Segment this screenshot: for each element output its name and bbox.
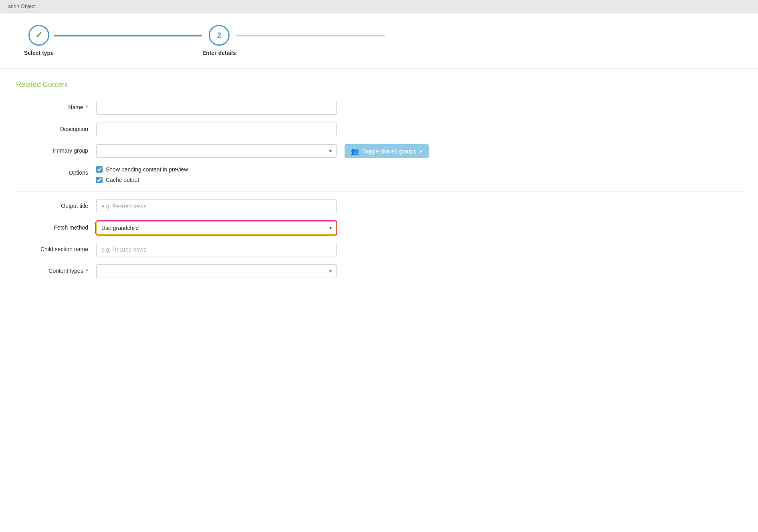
name-input[interactable] bbox=[96, 101, 337, 115]
primary-group-select[interactable] bbox=[96, 144, 337, 158]
description-row: Description bbox=[16, 123, 742, 136]
fetch-method-select-wrapper: Use grandchild Use child Use parent Manu… bbox=[96, 221, 337, 235]
primary-group-label: Primary group bbox=[16, 144, 96, 154]
content-types-required: * bbox=[86, 268, 88, 274]
child-section-name-row: Child section name bbox=[16, 243, 742, 256]
show-pending-checkbox[interactable] bbox=[96, 166, 103, 173]
show-pending-row: Show pending content in preview bbox=[96, 166, 188, 173]
fetch-method-row: Fetch method Use grandchild Use child Us… bbox=[16, 221, 742, 235]
content-types-label: Content types * bbox=[16, 264, 96, 274]
top-bar-title: ation Object bbox=[8, 3, 36, 9]
output-title-label: Output title bbox=[16, 200, 96, 209]
name-label: Name * bbox=[16, 101, 96, 111]
options-group: Show pending content in preview Cache ou… bbox=[96, 166, 188, 183]
step2-circle: 2 bbox=[209, 25, 230, 46]
content-types-row: Content types * ▾ bbox=[16, 264, 742, 278]
content-types-select[interactable] bbox=[96, 264, 337, 278]
section-title: Related Content bbox=[16, 81, 742, 89]
page-wrapper: ation Object ✓ Select type 2 Enter detai… bbox=[0, 0, 758, 532]
step-connector-1 bbox=[54, 35, 202, 36]
output-title-input[interactable] bbox=[96, 200, 337, 213]
name-required: * bbox=[86, 104, 88, 111]
options-row: Options Show pending content in preview … bbox=[16, 166, 742, 183]
step2-number: 2 bbox=[217, 31, 221, 40]
stepper: ✓ Select type 2 Enter details bbox=[0, 13, 758, 69]
toggle-groups-label: Toggle shared groups bbox=[362, 148, 416, 155]
description-input[interactable] bbox=[96, 123, 337, 136]
name-row: Name * bbox=[16, 101, 742, 115]
step1-check-icon: ✓ bbox=[35, 30, 42, 40]
toggle-groups-chevron-icon: ▾ bbox=[419, 148, 422, 155]
cache-output-label: Cache output bbox=[106, 177, 139, 183]
step-connector-2 bbox=[236, 35, 385, 36]
description-label: Description bbox=[16, 123, 96, 132]
show-pending-label: Show pending content in preview bbox=[106, 166, 188, 173]
toggle-groups-icon: 👥 bbox=[351, 147, 359, 155]
child-section-name-label: Child section name bbox=[16, 243, 96, 252]
primary-group-select-wrapper: ▾ bbox=[96, 144, 337, 158]
fetch-method-select[interactable]: Use grandchild Use child Use parent Manu… bbox=[96, 221, 337, 235]
stepper-step2: 2 Enter details bbox=[202, 25, 236, 56]
top-bar: ation Object bbox=[0, 0, 758, 13]
section-divider bbox=[16, 191, 742, 191]
form-section: Related Content Name * Description Prima… bbox=[0, 69, 758, 298]
cache-output-checkbox[interactable] bbox=[96, 177, 103, 183]
primary-group-row: Primary group ▾ 👥 Toggle shared groups ▾ bbox=[16, 144, 742, 158]
toggle-shared-groups-button[interactable]: 👥 Toggle shared groups ▾ bbox=[345, 144, 429, 158]
content-types-select-wrapper: ▾ bbox=[96, 264, 337, 278]
step1-circle: ✓ bbox=[28, 25, 49, 46]
stepper-step1: ✓ Select type bbox=[24, 25, 54, 56]
stepper-wrapper: ✓ Select type 2 Enter details bbox=[24, 25, 385, 56]
fetch-method-label: Fetch method bbox=[16, 221, 96, 231]
step2-label: Enter details bbox=[202, 50, 236, 56]
child-section-name-input[interactable] bbox=[96, 243, 337, 256]
cache-output-row: Cache output bbox=[96, 177, 188, 183]
options-label: Options bbox=[16, 166, 96, 176]
output-title-row: Output title bbox=[16, 200, 742, 213]
step1-label: Select type bbox=[24, 50, 54, 56]
